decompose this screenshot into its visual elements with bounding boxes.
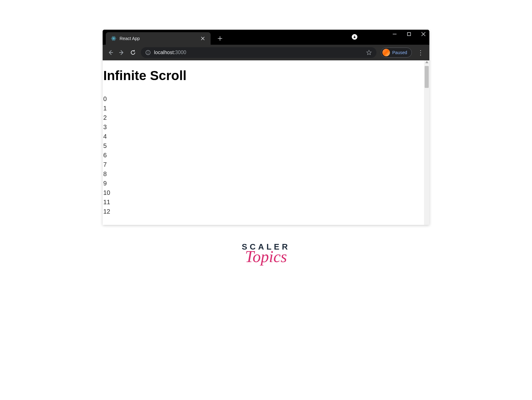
svg-point-0 [113,38,114,39]
scroll-up-icon[interactable] [425,61,428,63]
watermark-logo: SCALER Topics [242,242,290,266]
list-item: 10 [103,188,424,197]
browser-tab[interactable]: React App [106,32,211,45]
profile-chip[interactable]: Paused [381,48,412,58]
react-favicon-icon [111,36,116,41]
page-content: Infinite Scroll 0 1 2 3 4 5 6 7 8 9 10 1… [103,60,424,225]
new-tab-button[interactable] [215,32,225,45]
profile-label: Paused [392,50,407,55]
list-item: 7 [103,160,424,169]
tab-title: React App [120,36,197,41]
svg-rect-4 [407,33,411,36]
list-item: 1 [103,104,424,113]
list-item: 0 [103,94,424,104]
content-area: Infinite Scroll 0 1 2 3 4 5 6 7 8 9 10 1… [103,60,429,225]
list-item: 6 [103,150,424,160]
maximize-icon[interactable] [406,31,412,37]
browser-menu-icon[interactable]: ⋮ [416,49,425,56]
browser-window: React App [103,30,429,225]
titlebar: React App [103,30,429,45]
list-item: 12 [103,207,424,216]
close-window-icon[interactable] [421,31,426,37]
url-host: localhost: [154,50,175,55]
page-title: Infinite Scroll [103,68,424,83]
list-item: 3 [103,122,424,132]
address-bar[interactable]: localhost:3000 [141,47,376,58]
list-item: 4 [103,132,424,141]
url-port: 3000 [175,50,187,55]
window-controls [392,31,426,37]
tab-close-icon[interactable] [200,36,206,41]
list-item: 9 [103,179,424,188]
watermark-line2: Topics [242,247,290,266]
reload-icon[interactable] [130,49,136,56]
scrollbar-thumb[interactable] [425,66,429,88]
toolbar: localhost:3000 Paused ⋮ [103,45,429,60]
list-item: 5 [103,141,424,150]
bookmark-star-icon[interactable] [366,49,372,56]
downloads-icon[interactable] [352,34,357,40]
avatar [382,49,390,56]
forward-icon[interactable] [118,49,125,56]
minimize-icon[interactable] [392,31,397,37]
back-icon[interactable] [107,49,114,56]
site-info-icon[interactable] [145,50,151,55]
list-item: 2 [103,113,424,122]
list-item: 8 [103,169,424,179]
svg-point-6 [148,51,148,52]
scrollbar[interactable] [424,60,429,225]
url-text: localhost:3000 [154,50,186,55]
list-item: 11 [103,197,424,207]
